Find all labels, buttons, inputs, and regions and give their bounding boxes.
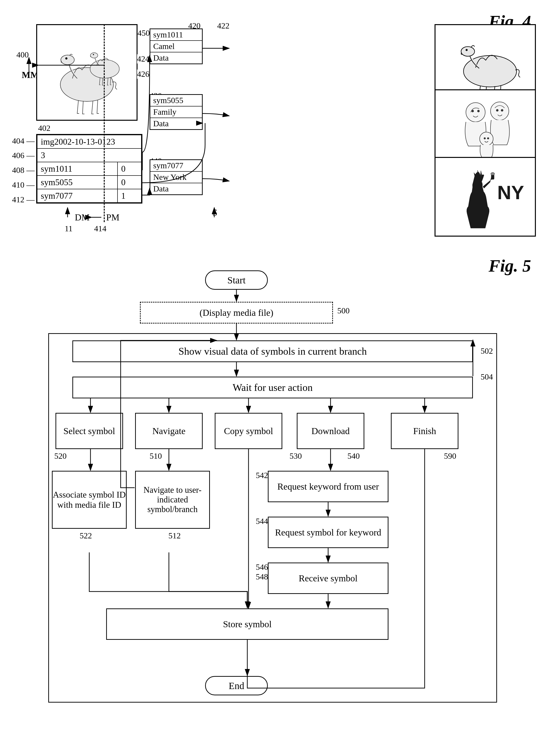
fig5-arrows-svg	[0, 265, 560, 724]
mm-arrow-svg	[19, 55, 38, 74]
page: Fig. 4 MM↑ 400	[0, 0, 560, 747]
fig4-arrows	[0, 0, 560, 256]
